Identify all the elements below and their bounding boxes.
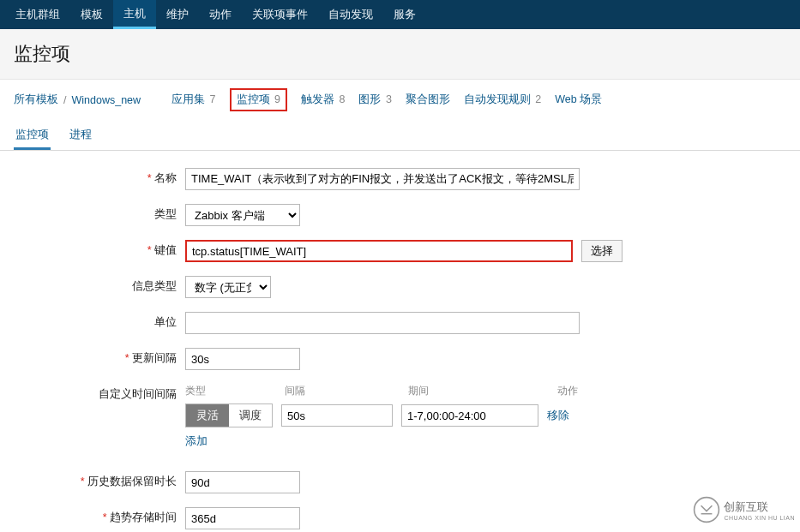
nav-actions[interactable]: 动作 bbox=[199, 0, 242, 29]
key-input[interactable] bbox=[185, 240, 573, 262]
watermark: 创新互联 CHUANG XIN HU LIAN bbox=[688, 493, 800, 527]
nav-correlation[interactable]: 关联项事件 bbox=[242, 0, 318, 29]
top-navigation: 主机群组 模板 主机 维护 动作 关联项事件 自动发现 服务 bbox=[0, 0, 800, 29]
ci-type-segmented: 灵活 调度 bbox=[185, 403, 273, 427]
label-units: 单位 bbox=[14, 312, 185, 330]
nav-templates[interactable]: 模板 bbox=[70, 0, 113, 29]
units-input[interactable] bbox=[185, 312, 580, 334]
label-trends: 趋势存储时间 bbox=[14, 507, 185, 525]
bc-tab-graphs[interactable]: 图形 3 bbox=[358, 93, 391, 107]
update-interval-input[interactable] bbox=[185, 348, 300, 370]
ci-header-period: 期间 bbox=[408, 384, 557, 398]
ci-header-action: 动作 bbox=[557, 384, 605, 398]
history-input[interactable] bbox=[185, 471, 300, 493]
ci-remove-link[interactable]: 移除 bbox=[547, 409, 569, 423]
nav-discovery[interactable]: 自动发现 bbox=[318, 0, 383, 29]
nav-hosts[interactable]: 主机 bbox=[113, 0, 156, 29]
watermark-brand: 创新互联 bbox=[724, 499, 795, 515]
tab-bar: 监控项 进程 bbox=[0, 120, 800, 151]
bc-tab-triggers[interactable]: 触发器 8 bbox=[301, 93, 345, 107]
bc-tab-web[interactable]: Web 场景 bbox=[555, 93, 602, 107]
breadcrumb-root[interactable]: 所有模板 bbox=[14, 93, 58, 107]
tab-process[interactable]: 进程 bbox=[68, 120, 93, 150]
ci-interval-input[interactable] bbox=[281, 404, 393, 427]
tab-item[interactable]: 监控项 bbox=[14, 120, 51, 150]
type-select[interactable]: Zabbix 客户端 bbox=[185, 204, 300, 226]
custom-intervals-table: 类型 间隔 期间 动作 灵活 调度 移除 添加 bbox=[185, 384, 605, 449]
watermark-icon bbox=[693, 496, 720, 523]
bc-tab-items[interactable]: 监控项 9 bbox=[230, 88, 287, 111]
ci-flexible-button[interactable]: 灵活 bbox=[186, 404, 229, 427]
label-key: 键值 bbox=[14, 240, 185, 258]
ci-add-link[interactable]: 添加 bbox=[185, 435, 208, 447]
label-info-type: 信息类型 bbox=[14, 276, 185, 294]
nav-maintenance[interactable]: 维护 bbox=[156, 0, 199, 29]
svg-point-0 bbox=[695, 498, 719, 523]
form: 名称 类型 Zabbix 客户端 键值 选择 信息类型 数字 (无正负) 单位 … bbox=[0, 151, 800, 532]
page-title: 监控项 bbox=[0, 29, 800, 80]
label-type: 类型 bbox=[14, 204, 185, 222]
label-history: 历史数据保留时长 bbox=[14, 471, 185, 489]
name-input[interactable] bbox=[185, 168, 580, 190]
info-type-select[interactable]: 数字 (无正负) bbox=[185, 276, 271, 298]
watermark-sub: CHUANG XIN HU LIAN bbox=[724, 515, 795, 521]
ci-scheduling-button[interactable]: 调度 bbox=[229, 404, 272, 427]
trends-input[interactable] bbox=[185, 507, 300, 529]
breadcrumb-current[interactable]: Windows_new bbox=[71, 94, 141, 106]
ci-period-input[interactable] bbox=[401, 404, 538, 427]
label-custom-intervals: 自定义时间间隔 bbox=[14, 384, 185, 402]
bc-tab-applications[interactable]: 应用集 7 bbox=[171, 93, 215, 107]
breadcrumb-bar: 所有模板 / Windows_new 应用集 7 监控项 9 触发器 8 图形 … bbox=[0, 80, 800, 120]
bc-tab-screens[interactable]: 聚合图形 bbox=[406, 93, 450, 107]
ci-header-interval: 间隔 bbox=[285, 384, 408, 398]
breadcrumb-sep: / bbox=[63, 94, 66, 106]
label-name: 名称 bbox=[14, 168, 185, 186]
ci-header-type: 类型 bbox=[185, 384, 285, 398]
bc-tab-discovery-rules[interactable]: 自动发现规则 2 bbox=[464, 93, 541, 107]
nav-services[interactable]: 服务 bbox=[383, 0, 426, 29]
label-update-interval: 更新间隔 bbox=[14, 348, 185, 366]
custom-interval-row: 灵活 调度 移除 bbox=[185, 403, 605, 427]
nav-hostgroups[interactable]: 主机群组 bbox=[5, 0, 70, 29]
select-key-button[interactable]: 选择 bbox=[581, 240, 623, 262]
